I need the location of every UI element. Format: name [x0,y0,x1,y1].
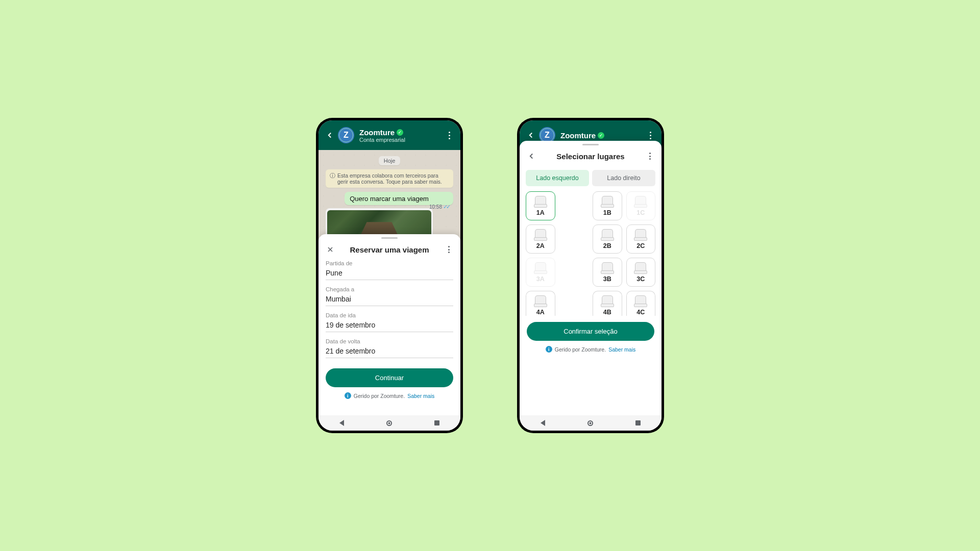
learn-more-link[interactable]: Saber mais [608,346,635,353]
nav-recent-icon[interactable] [635,420,641,425]
avatar[interactable]: Z [338,127,354,143]
arrival-field[interactable]: Chegada a Mumbai [326,286,453,306]
read-ticks-icon: ✓✓ [443,204,449,210]
seat-icon [602,262,613,272]
seat-icon [602,196,613,206]
sheet-title: Selecionar lugares [537,152,644,161]
aisle [559,258,589,287]
account-type: Conta empresarial [359,137,443,143]
continue-button[interactable]: Continuar [326,368,453,387]
seat-2a[interactable]: 2A [526,224,555,254]
sheet-handle[interactable] [582,144,599,145]
more-options-icon[interactable] [644,132,656,139]
seat-1a[interactable]: 1A [526,191,555,220]
seat-icon [602,295,613,306]
field-value: Pune [326,267,453,280]
sheet-handle[interactable] [381,237,398,239]
seat-icon [635,295,646,306]
side-tabs: Lado esquerdo Lado direito [520,167,662,191]
tab-right-side[interactable]: Lado direito [592,170,655,186]
nav-back-icon[interactable] [339,420,344,426]
confirm-selection-button[interactable]: Confirmar seleção [527,322,654,341]
managed-by-row: i Gerido por Zoomture. Saber mais [318,390,460,404]
more-options-icon[interactable] [443,132,455,139]
seat-2c[interactable]: 2C [626,224,656,254]
sheet-title: Reservar uma viagem [336,245,443,254]
date-separator: Hoje [379,156,401,165]
seat-1c: 1C [626,191,656,220]
seat-selection-sheet: Selecionar lugares Lado esquerdo Lado di… [520,141,662,415]
field-label: Chegada a [326,286,453,292]
sheet-header: Reservar uma viagem [318,241,460,260]
return-date-field[interactable]: Data de volta 21 de setembro [326,338,453,358]
field-value: 19 de setembro [326,319,453,332]
sheet-header: Selecionar lugares [520,147,662,167]
business-info-notice[interactable]: ⓘ Esta empresa colabora com terceiros pa… [326,169,453,188]
field-label: Data de volta [326,338,453,344]
seat-icon [535,262,546,272]
seat-icon [535,229,546,239]
contact-name: Zoomture [560,131,596,140]
seat-grid: 1A 1B 1C 2A 2B 2C 3A 3B 3C 4A 4B 4C [520,191,662,316]
android-navbar [520,415,662,431]
phone-mockup-seats: Z Zoomture Selecionar lugares Lado esque… [517,118,664,433]
chat-header: Z Zoomture Conta empresarial [318,120,460,150]
contact-info[interactable]: Zoomture [560,131,644,140]
managed-text: Gerido por Zoomture. [555,346,606,353]
booking-form: Partida de Pune Chegada a Mumbai Data de… [318,260,460,358]
seat-4a[interactable]: 4A [526,291,555,316]
verified-badge-icon [397,129,403,136]
seat-2b[interactable]: 2B [593,224,622,254]
contact-name: Zoomture [359,128,395,137]
aisle [559,291,589,316]
seat-icon [635,262,646,272]
message-text: Quero marcar uma viagem [350,195,429,203]
field-label: Partida de [326,260,453,266]
managed-text: Gerido por Zoomture. [354,393,405,399]
info-badge-icon: i [345,392,351,399]
back-icon[interactable] [324,129,336,141]
managed-by-row: i Gerido por Zoomture. Saber mais [520,344,662,358]
outgoing-message[interactable]: Quero marcar uma viagem 10:58 ✓✓ [345,192,453,205]
back-icon[interactable] [525,129,537,141]
close-icon[interactable] [325,244,336,255]
contact-info[interactable]: Zoomture Conta empresarial [359,128,443,143]
field-value: 21 de setembro [326,345,453,358]
back-icon[interactable] [526,151,537,162]
seat-icon [535,295,546,306]
tab-left-side[interactable]: Lado esquerdo [526,170,589,186]
seat-1b[interactable]: 1B [593,191,622,220]
seat-4c[interactable]: 4C [626,291,656,316]
info-text: Esta empresa colabora com terceiros para… [337,172,449,185]
info-icon: ⓘ [330,172,335,185]
nav-home-icon[interactable] [386,420,392,426]
seat-4b[interactable]: 4B [593,291,622,316]
aisle [559,224,589,254]
nav-home-icon[interactable] [587,420,593,426]
message-meta: 10:58 ✓✓ [429,204,449,210]
seat-icon [535,196,546,206]
screen: Z Zoomture Selecionar lugares Lado esque… [520,120,662,431]
seat-icon [635,196,646,206]
learn-more-link[interactable]: Saber mais [407,393,434,399]
seat-icon [635,229,646,239]
screen: Z Zoomture Conta empresarial Hoje ⓘ Esta… [318,120,460,431]
seat-icon [602,229,613,239]
field-label: Data de ida [326,312,453,318]
depart-date-field[interactable]: Data de ida 19 de setembro [326,312,453,332]
departure-field[interactable]: Partida de Pune [326,260,453,280]
field-value: Mumbai [326,293,453,306]
seat-3c[interactable]: 3C [626,258,656,287]
booking-bottom-sheet: Reservar uma viagem Partida de Pune Cheg… [318,234,460,415]
nav-recent-icon[interactable] [434,420,439,425]
aisle [559,191,589,220]
message-time: 10:58 [429,204,442,210]
sheet-more-icon[interactable] [443,246,454,253]
seat-3a: 3A [526,258,555,287]
phone-mockup-booking: Z Zoomture Conta empresarial Hoje ⓘ Esta… [316,118,463,433]
android-navbar [318,415,460,431]
seat-3b[interactable]: 3B [593,258,622,287]
sheet-more-icon[interactable] [644,153,655,160]
nav-back-icon[interactable] [541,420,545,426]
info-badge-icon: i [546,346,552,353]
